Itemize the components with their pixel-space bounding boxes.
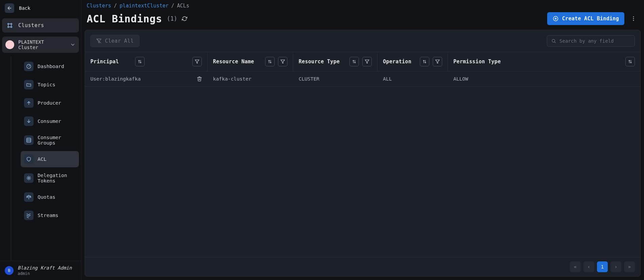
svg-line-19 <box>555 42 556 43</box>
sidebar-item-label: Consumer Groups <box>38 135 76 146</box>
sort-permission-type-button[interactable] <box>625 57 635 66</box>
search-input[interactable] <box>559 38 630 44</box>
svg-point-9 <box>28 177 29 179</box>
sidebar-item-acl[interactable]: ACL <box>21 151 79 167</box>
pager-page-current[interactable]: 1 <box>597 261 608 272</box>
back-button[interactable] <box>5 3 14 13</box>
toolbar: Clear All <box>85 30 640 52</box>
th-resource-type: Resource Type <box>299 59 346 65</box>
arrow-left-icon <box>7 5 12 11</box>
clear-all-button[interactable]: Clear All <box>90 35 139 47</box>
sidebar-item-consumer-groups[interactable]: Consumer Groups <box>21 131 79 149</box>
back-label: Back <box>19 5 30 11</box>
svg-marker-20 <box>195 60 199 64</box>
filter-icon <box>195 59 199 64</box>
more-actions-button[interactable] <box>628 14 639 24</box>
sidebar-item-label: ACL <box>38 156 46 162</box>
sidebar-item-streams[interactable]: Streams <box>21 207 79 223</box>
clear-all-label: Clear All <box>105 38 134 44</box>
sort-icon <box>267 59 272 64</box>
cell-resource-type: CLUSTER <box>299 76 372 82</box>
refresh-icon <box>182 16 187 21</box>
user-role: admin <box>18 271 72 276</box>
clusters-section-button[interactable]: Clusters <box>2 18 79 33</box>
sort-resource-type-button[interactable] <box>349 57 359 66</box>
cluster-select-label: PLAINTEXT Cluster <box>18 39 66 50</box>
count-badge: (1) <box>167 15 177 22</box>
sort-icon <box>422 59 427 64</box>
sidebar-item-quotas[interactable]: Quotas <box>21 189 79 205</box>
groups-icon <box>24 135 34 145</box>
sidebar-item-dashboard[interactable]: Dashboard <box>21 58 79 74</box>
sidebar-item-label: Delegation Tokens <box>38 173 76 184</box>
sort-icon <box>137 59 142 64</box>
sidebar-item-label: Quotas <box>38 194 55 200</box>
shield-icon <box>24 154 34 164</box>
token-icon <box>24 173 34 183</box>
filter-icon <box>280 59 285 64</box>
streams-icon <box>24 211 34 220</box>
sort-icon <box>352 59 357 64</box>
filter-operation-button[interactable] <box>433 57 442 66</box>
cluster-select[interactable]: PLAINTEXT Cluster <box>2 37 79 53</box>
pager-next[interactable]: › <box>610 261 621 272</box>
pager-prev[interactable]: ‹ <box>583 261 594 272</box>
svg-rect-6 <box>27 138 31 142</box>
create-acl-binding-label: Create ACL Binding <box>562 16 619 22</box>
scale-icon <box>24 192 34 202</box>
user-name: Blazing Kraft Admin <box>18 265 72 271</box>
user-avatar: B <box>5 266 14 275</box>
svg-point-13 <box>633 16 634 17</box>
sidebar-item-producer[interactable]: Producer <box>21 95 79 111</box>
pager-first[interactable]: « <box>570 261 581 272</box>
breadcrumb-clusters[interactable]: Clusters <box>87 3 111 9</box>
pager: « ‹ 1 › » <box>85 257 640 276</box>
gauge-icon <box>24 62 34 71</box>
breadcrumb-sep: / <box>114 3 117 9</box>
clusters-section-label: Clusters <box>18 22 44 28</box>
kebab-icon <box>630 16 637 22</box>
pager-last[interactable]: » <box>624 261 635 272</box>
filter-resource-type-button[interactable] <box>362 57 372 66</box>
sidebar-item-consumer[interactable]: Consumer <box>21 113 79 129</box>
filter-resource-name-button[interactable] <box>278 57 287 66</box>
filter-principal-button[interactable] <box>192 57 202 66</box>
sidebar-item-label: Producer <box>38 100 61 106</box>
cell-operation: ALL <box>383 76 443 82</box>
table-row[interactable]: User:blazingkafka kafka-cluster CLUSTER … <box>85 71 640 87</box>
sort-operation-button[interactable] <box>420 57 429 66</box>
sort-resource-name-button[interactable] <box>265 57 275 66</box>
search-box[interactable] <box>547 35 635 47</box>
sort-principal-button[interactable] <box>135 57 145 66</box>
sidebar-item-label: Topics <box>38 82 55 87</box>
acl-table-card: Clear All Principal Resource Name Resour… <box>85 30 641 277</box>
cluster-avatar <box>5 40 14 49</box>
refresh-button[interactable] <box>182 16 187 21</box>
chevron-down-icon <box>70 42 76 47</box>
cell-resource-name: kafka-cluster <box>213 76 288 82</box>
sort-icon <box>628 59 632 64</box>
filter-icon <box>365 59 369 64</box>
sidebar-item-delegation-tokens[interactable]: Delegation Tokens <box>21 169 79 187</box>
sidebar-nav: Dashboard Topics Producer Consumer Consu… <box>11 56 81 261</box>
th-principal: Principal <box>90 59 132 65</box>
svg-point-14 <box>633 18 634 19</box>
user-bar[interactable]: B Blazing Kraft Admin admin <box>0 261 81 280</box>
trash-icon <box>197 76 202 82</box>
breadcrumb-sep: / <box>171 3 174 9</box>
sidebar-item-topics[interactable]: Topics <box>21 77 79 93</box>
delete-row-button[interactable] <box>197 76 202 82</box>
breadcrumb: Clusters / plaintextCluster / ACLs <box>87 3 639 9</box>
breadcrumb-current: ACLs <box>177 3 189 9</box>
breadcrumb-cluster-name[interactable]: plaintextCluster <box>120 3 169 9</box>
th-resource-name: Resource Name <box>213 59 262 65</box>
title-row: ACL Bindings (1) Create ACL Binding <box>87 12 639 25</box>
search-icon <box>551 38 556 44</box>
folder-icon <box>24 80 34 89</box>
svg-line-17 <box>97 39 101 43</box>
svg-marker-21 <box>281 60 285 64</box>
create-acl-binding-button[interactable]: Create ACL Binding <box>547 12 624 25</box>
svg-marker-23 <box>435 60 439 64</box>
page-title: ACL Bindings <box>87 13 162 25</box>
filter-icon <box>435 59 440 64</box>
